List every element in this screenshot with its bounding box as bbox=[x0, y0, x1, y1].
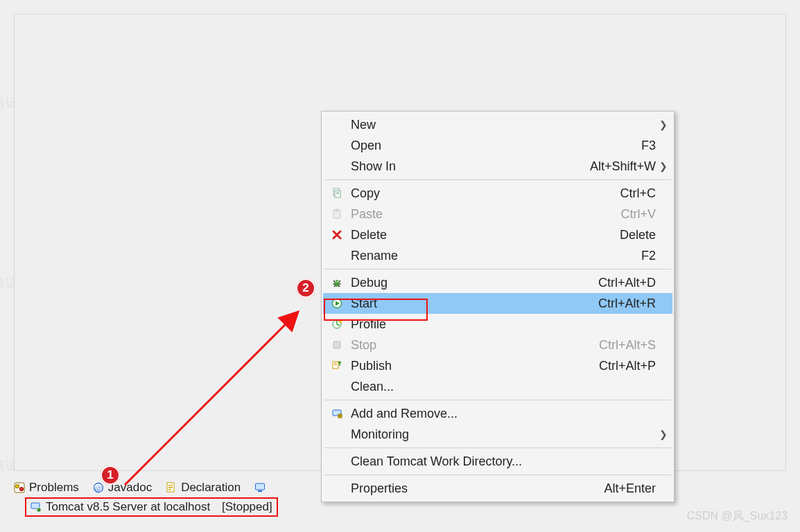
svg-point-1 bbox=[15, 484, 19, 488]
menu-clean[interactable]: Clean... bbox=[323, 376, 672, 397]
svg-rect-26 bbox=[333, 342, 340, 348]
svg-rect-16 bbox=[336, 193, 339, 194]
svg-point-21 bbox=[338, 281, 339, 283]
svg-rect-9 bbox=[256, 484, 265, 490]
delete-icon bbox=[331, 229, 342, 240]
tab-declaration-label: Declaration bbox=[181, 481, 241, 495]
declaration-icon bbox=[166, 482, 177, 493]
svg-rect-7 bbox=[168, 487, 173, 488]
svg-point-20 bbox=[336, 281, 337, 283]
chevron-right-icon: ❯ bbox=[659, 429, 668, 440]
svg-rect-29 bbox=[334, 364, 337, 365]
add-remove-icon bbox=[331, 408, 342, 419]
svg-rect-6 bbox=[168, 485, 173, 486]
csdn-watermark: CSDN @风_Sux123 bbox=[687, 509, 788, 524]
javadoc-icon: @ bbox=[93, 482, 104, 493]
svg-rect-28 bbox=[334, 363, 337, 364]
annotation-badge-1: 1 bbox=[101, 466, 120, 485]
debug-icon bbox=[331, 277, 342, 288]
server-entry[interactable]: Tomcat v8.5 Server at localhost [Stopped… bbox=[25, 497, 278, 517]
menu-delete[interactable]: Delete Delete bbox=[323, 224, 672, 245]
copy-icon bbox=[331, 188, 342, 199]
svg-point-25 bbox=[339, 320, 342, 323]
svg-text:@: @ bbox=[95, 484, 102, 492]
chevron-right-icon: ❯ bbox=[659, 161, 668, 172]
menu-add-remove[interactable]: Add and Remove... bbox=[323, 403, 672, 424]
menu-show-in[interactable]: Show In Alt+Shift+W ❯ bbox=[323, 156, 672, 177]
menu-monitoring[interactable]: Monitoring ❯ bbox=[323, 424, 672, 445]
publish-icon bbox=[331, 360, 342, 371]
tab-javadoc[interactable]: @ Javadoc bbox=[90, 479, 155, 496]
menu-paste: Paste Ctrl+V bbox=[323, 204, 672, 224]
menu-start[interactable]: Start Ctrl+Alt+R bbox=[323, 293, 672, 314]
menu-open[interactable]: Open F3 bbox=[323, 135, 672, 156]
menu-properties[interactable]: Properties Alt+Enter bbox=[323, 478, 672, 499]
tab-servers[interactable] bbox=[252, 481, 268, 495]
tab-declaration[interactable]: Declaration bbox=[163, 479, 243, 496]
tab-problems-label: Problems bbox=[29, 481, 79, 495]
menu-clean-tomcat[interactable]: Clean Tomcat Work Directory... bbox=[323, 451, 672, 472]
svg-rect-18 bbox=[336, 209, 338, 211]
paste-icon bbox=[331, 209, 342, 220]
server-state: [Stopped] bbox=[222, 500, 272, 514]
menu-debug[interactable]: Debug Ctrl+Alt+D bbox=[323, 272, 672, 293]
svg-point-12 bbox=[37, 508, 41, 512]
bottom-tabs: Problems @ Javadoc Declaration bbox=[11, 479, 268, 496]
menu-copy[interactable]: Copy Ctrl+C bbox=[323, 183, 672, 204]
menu-stop: Stop Ctrl+Alt+S bbox=[323, 335, 672, 355]
chevron-right-icon: ❯ bbox=[659, 119, 668, 130]
annotation-badge-2: 2 bbox=[296, 278, 315, 298]
menu-rename[interactable]: Rename F2 bbox=[323, 245, 672, 266]
problems-icon bbox=[14, 482, 25, 493]
svg-rect-15 bbox=[336, 192, 339, 193]
profile-icon bbox=[331, 319, 342, 330]
start-icon bbox=[331, 298, 342, 309]
svg-rect-8 bbox=[168, 489, 171, 490]
server-name: Tomcat v8.5 Server at localhost bbox=[46, 500, 210, 514]
svg-point-2 bbox=[19, 487, 23, 490]
tab-problems[interactable]: Problems bbox=[11, 479, 82, 496]
svg-rect-10 bbox=[258, 490, 262, 492]
menu-publish[interactable]: Publish Ctrl+Alt+P bbox=[323, 355, 672, 376]
tomcat-server-icon bbox=[31, 502, 42, 513]
menu-profile[interactable]: Profile bbox=[323, 314, 672, 335]
servers-icon bbox=[254, 482, 266, 493]
menu-new[interactable]: New ❯ bbox=[323, 114, 672, 135]
stop-icon bbox=[331, 339, 342, 351]
server-context-menu: New ❯ Open F3 Show In Alt+Shift+W ❯ Copy… bbox=[321, 111, 675, 502]
